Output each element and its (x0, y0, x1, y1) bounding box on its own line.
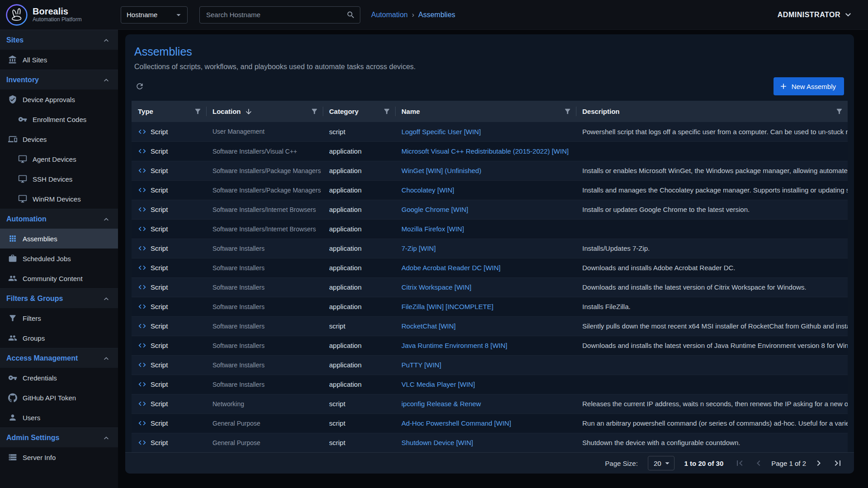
new-assembly-label: New Assembly (792, 83, 836, 90)
prev-page-button[interactable] (752, 457, 765, 469)
assembly-link[interactable]: Shutdown Device [WIN] (401, 439, 473, 446)
assembly-link[interactable]: PuTTY [WIN] (401, 361, 441, 369)
sidebar-item-label: GitHub API Token (23, 394, 76, 402)
table-body: Script User Management script Logoff Spe… (132, 122, 848, 452)
first-page-button[interactable] (733, 457, 746, 469)
row-type: Script (151, 342, 168, 349)
sidebar-item-device-approvals[interactable]: Device Approvals (0, 89, 118, 109)
hostname-search[interactable] (199, 6, 360, 23)
sidebar-section-access-management[interactable]: Access Management (0, 348, 118, 368)
assembly-link[interactable]: Ad-Hoc Powershell Command [WIN] (401, 419, 511, 427)
last-page-button[interactable] (831, 457, 844, 469)
code-icon (138, 341, 146, 350)
sidebar-section-admin-settings[interactable]: Admin Settings (0, 427, 118, 447)
new-assembly-button[interactable]: New Assembly (774, 77, 844, 95)
row-type: Script (151, 225, 168, 233)
column-header-category[interactable]: Category (323, 101, 395, 122)
chevron-down-icon (843, 9, 854, 20)
sidebar-item-community-content[interactable]: Community Content (0, 268, 118, 288)
sidebar-item-enrollment-codes[interactable]: Enrollment Codes (0, 109, 118, 129)
assembly-link[interactable]: Google Chrome [WIN] (401, 206, 468, 213)
hostname-filter-dropdown[interactable]: Hostname (121, 6, 188, 23)
table-row[interactable]: Script Software Installers application C… (132, 277, 848, 297)
row-category: script (323, 413, 395, 433)
table-row[interactable]: Script General Purpose script Ad-Hoc Pow… (132, 413, 848, 433)
sidebar-item-all-sites[interactable]: All Sites (0, 50, 118, 70)
row-category: application (323, 375, 395, 394)
table-row[interactable]: Script Software Installers application P… (132, 355, 848, 375)
assembly-link[interactable]: RocketChat [WIN] (401, 322, 456, 330)
table-row[interactable]: Script Software Installers application J… (132, 336, 848, 355)
sidebar-section-label: Sites (6, 36, 24, 44)
sidebar-section-filters-groups[interactable]: Filters & Groups (0, 288, 118, 308)
row-category: script (323, 433, 395, 452)
table-row[interactable]: Script Software Installers/Visual C++ ap… (132, 141, 848, 161)
sidebar-item-scheduled-jobs[interactable]: Scheduled Jobs (0, 249, 118, 268)
column-header-name[interactable]: Name (395, 101, 576, 122)
row-location: Software Installers (206, 336, 323, 355)
assembly-link[interactable]: Adobe Acrobat Reader DC [WIN] (401, 264, 500, 272)
breadcrumb-automation[interactable]: Automation (371, 11, 408, 19)
assembly-link[interactable]: Java Runtime Environment 8 [WIN] (401, 342, 507, 349)
table-row[interactable]: Script Software Installers application 7… (132, 239, 848, 258)
column-header-type[interactable]: Type (132, 101, 206, 122)
sidebar-item-ssh-devices[interactable]: SSH Devices (0, 169, 118, 189)
sidebar-item-groups[interactable]: Groups (0, 328, 118, 348)
sidebar-item-users[interactable]: Users (0, 408, 118, 427)
table-row[interactable]: Script Software Installers/Internet Brow… (132, 219, 848, 239)
sidebar-section-automation[interactable]: Automation (0, 209, 118, 229)
table-row[interactable]: Script Software Installers script Rocket… (132, 316, 848, 336)
sidebar-item-github-api-token[interactable]: GitHub API Token (0, 388, 118, 408)
sidebar-item-assemblies[interactable]: Assemblies (0, 229, 118, 249)
table-row[interactable]: Script Networking script ipconfig Releas… (132, 394, 848, 413)
sidebar-section-sites[interactable]: Sites (0, 30, 118, 50)
column-header-description[interactable]: Description (576, 101, 848, 122)
assembly-link[interactable]: WinGet [WIN] (Unfinished) (401, 167, 481, 174)
refresh-button[interactable] (133, 80, 146, 93)
row-category: script (323, 316, 395, 336)
assembly-link[interactable]: Chocolatey [WIN] (401, 186, 454, 194)
row-type: Script (151, 419, 168, 427)
breadcrumb-assemblies[interactable]: Assemblies (418, 11, 455, 19)
sidebar-section-inventory[interactable]: Inventory (0, 70, 118, 89)
sidebar-item-label: Agent Devices (33, 155, 76, 163)
assembly-link[interactable]: FileZilla [WIN] [INCOMPLETE] (401, 303, 493, 310)
page-size-select[interactable]: 20 (648, 456, 675, 470)
table-row[interactable]: Script Software Installers/Internet Brow… (132, 200, 848, 219)
assembly-link[interactable]: Microsoft Visual C++ Redistributable (20… (401, 147, 569, 155)
sidebar-item-server-info[interactable]: Server Info (0, 447, 118, 467)
assembly-link[interactable]: 7-Zip [WIN] (401, 244, 436, 252)
row-description: Powershell script that logs off a specif… (576, 122, 848, 141)
user-menu[interactable]: ADMINISTRATOR (778, 9, 854, 20)
last-page-icon (832, 458, 843, 469)
table-row[interactable]: Script Software Installers/Package Manag… (132, 180, 848, 200)
table-row[interactable]: Script User Management script Logoff Spe… (132, 122, 848, 141)
table-row[interactable]: Script General Purpose script Shutdown D… (132, 433, 848, 452)
sort-arrow-down-icon (245, 108, 253, 116)
sidebar-item-winrm-devices[interactable]: WinRM Devices (0, 189, 118, 209)
table-row[interactable]: Script Software Installers/Package Manag… (132, 161, 848, 180)
sidebar-item-label: Devices (23, 136, 47, 143)
chevron-left-icon (753, 458, 764, 469)
row-location: Software Installers (206, 355, 323, 375)
next-page-button[interactable] (812, 457, 825, 469)
assembly-link[interactable]: Logoff Specific User [WIN] (401, 128, 481, 136)
assembly-link[interactable]: Citrix Workspace [WIN] (401, 283, 472, 291)
building-icon (8, 55, 17, 64)
row-category: application (323, 200, 395, 219)
sidebar-item-label: Device Approvals (23, 96, 75, 103)
assembly-link[interactable]: VLC Media Player [WIN] (401, 380, 475, 388)
table-row[interactable]: Script Software Installers application V… (132, 375, 848, 394)
sidebar-item-filters[interactable]: Filters (0, 308, 118, 328)
row-category: script (323, 394, 395, 413)
column-header-location[interactable]: Location (206, 101, 323, 122)
assembly-link[interactable]: Mozilla Firefox [WIN] (401, 225, 464, 233)
table-row[interactable]: Script Software Installers application F… (132, 297, 848, 316)
sidebar-item-devices[interactable]: Devices (0, 129, 118, 149)
table-row[interactable]: Script Software Installers application A… (132, 258, 848, 277)
search-input[interactable] (205, 10, 346, 19)
sidebar-item-agent-devices[interactable]: Agent Devices (0, 149, 118, 169)
assembly-link[interactable]: ipconfig Release & Renew (401, 400, 481, 408)
sidebar-item-credentials[interactable]: Credentials (0, 368, 118, 388)
chevron-up-icon (102, 75, 111, 84)
